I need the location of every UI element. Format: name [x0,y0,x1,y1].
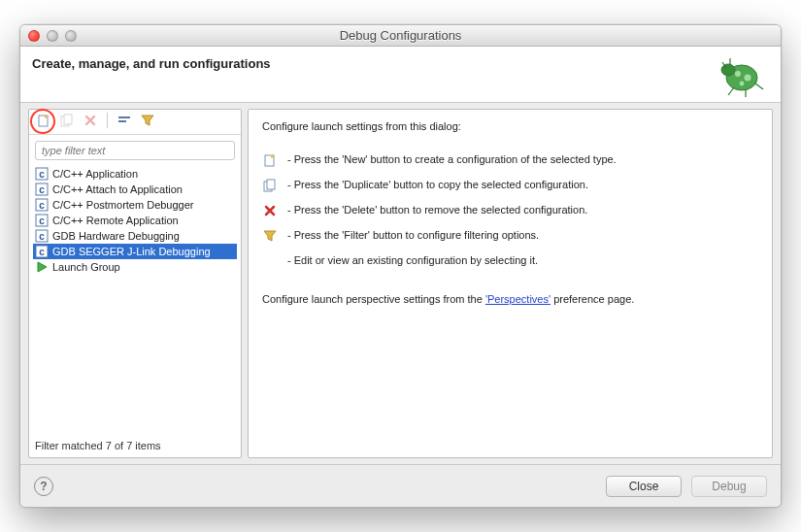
svg-point-2 [735,71,741,77]
tree-item[interactable]: cC/C++ Attach to Application [33,182,237,197]
svg-text:c: c [39,184,45,195]
svg-point-3 [745,75,751,82]
tree-item[interactable]: cC/C++ Postmortem Debugger [33,197,237,213]
tree-item-label: C/C++ Postmortem Debugger [52,199,194,211]
svg-point-4 [740,82,745,86]
config-tree[interactable]: cC/C++ ApplicationcC/C++ Attach to Appli… [29,166,241,436]
left-toolbar [29,110,241,135]
minimize-window-button[interactable] [47,30,58,42]
none-icon [262,253,278,269]
dialog-title: Create, manage, and run configurations [32,56,271,71]
svg-point-1 [721,64,735,76]
tip-row: - Press the 'Duplicate' button to copy t… [262,178,758,193]
tip-row: - Press the 'New' button to create a con… [262,152,758,168]
collapse-all-button[interactable] [114,111,135,130]
filter-status: Filter matched 7 of 7 items [29,436,241,457]
new-icon [262,152,278,168]
duplicate-config-button[interactable] [56,111,78,130]
close-window-button[interactable] [28,30,40,42]
c-file-icon: c [35,214,49,227]
tree-item[interactable]: Launch Group [33,259,237,275]
launch-group-icon [35,260,49,274]
perspectives-pre: Configure launch perspective settings fr… [262,293,485,305]
svg-rect-12 [64,115,72,124]
perspectives-post: preference page. [551,293,634,305]
perspectives-link[interactable]: 'Perspectives' [485,293,551,305]
bug-icon [713,49,767,101]
filter-button[interactable] [137,111,158,130]
c-file-icon: c [35,245,49,258]
close-button[interactable]: Close [606,476,682,497]
dialog-window: Debug Configurations Create, manage, and… [19,24,782,508]
new-config-button[interactable] [33,111,54,130]
tree-item-label: Launch Group [52,261,120,273]
dialog-body: cC/C++ ApplicationcC/C++ Attach to Appli… [20,103,781,464]
c-file-icon: c [35,167,49,181]
svg-text:c: c [39,200,45,211]
tree-item[interactable]: cC/C++ Remote Application [33,213,237,228]
delete-icon [262,203,278,218]
toolbar-separator [107,113,108,128]
svg-text:c: c [39,169,45,180]
svg-rect-14 [118,120,126,122]
tree-item-label: GDB SEGGER J-Link Debugging [52,246,211,257]
svg-line-7 [728,87,734,95]
help-button[interactable]: ? [34,477,53,496]
tips-list: - Press the 'New' button to create a con… [262,143,758,279]
tip-text: - Edit or view an existing configuration… [287,253,538,269]
filter-input[interactable] [35,141,235,160]
tree-item[interactable]: cGDB Hardware Debugging [33,228,237,244]
tip-row: - Press the 'Filter' button to configure… [262,228,758,244]
dialog-header: Create, manage, and run configurations [20,47,781,103]
tip-row: - Edit or view an existing configuration… [262,253,758,269]
window-controls [28,30,77,42]
c-file-icon: c [35,183,49,196]
tree-item-label: C/C++ Attach to Application [52,183,183,195]
tip-row: - Press the 'Delete' button to remove th… [262,203,758,218]
left-panel: cC/C++ ApplicationcC/C++ Attach to Appli… [28,109,242,458]
tip-text: - Press the 'Filter' button to configure… [287,228,539,244]
zoom-window-button[interactable] [65,30,77,42]
tip-text: - Press the 'Delete' button to remove th… [287,203,587,218]
dialog-footer: ? Close Debug [20,464,781,507]
svg-text:c: c [39,216,45,226]
c-file-icon: c [35,198,49,212]
window-title: Debug Configurations [20,28,781,43]
right-panel: Configure launch settings from this dial… [248,109,773,458]
svg-rect-29 [267,180,275,189]
tree-item-label: GDB Hardware Debugging [52,230,180,242]
svg-text:c: c [39,247,45,257]
tree-item[interactable]: cGDB SEGGER J-Link Debugging [33,244,237,259]
delete-config-button[interactable] [80,111,101,130]
tips-intro: Configure launch settings from this dial… [262,119,758,135]
c-file-icon: c [35,229,49,243]
tip-text: - Press the 'Duplicate' button to copy t… [287,178,588,193]
duplicate-icon [262,178,278,193]
svg-text:c: c [39,231,45,242]
tip-text: - Press the 'New' button to create a con… [287,152,617,168]
debug-button[interactable]: Debug [691,476,767,497]
filter-icon [262,228,278,244]
perspectives-line: Configure launch perspective settings fr… [262,292,758,308]
svg-line-9 [755,83,763,89]
tree-item-label: C/C++ Remote Application [52,215,179,226]
tree-item[interactable]: cC/C++ Application [33,166,237,182]
svg-rect-13 [118,116,130,118]
titlebar: Debug Configurations [20,25,781,47]
tree-item-label: C/C++ Application [52,168,138,180]
